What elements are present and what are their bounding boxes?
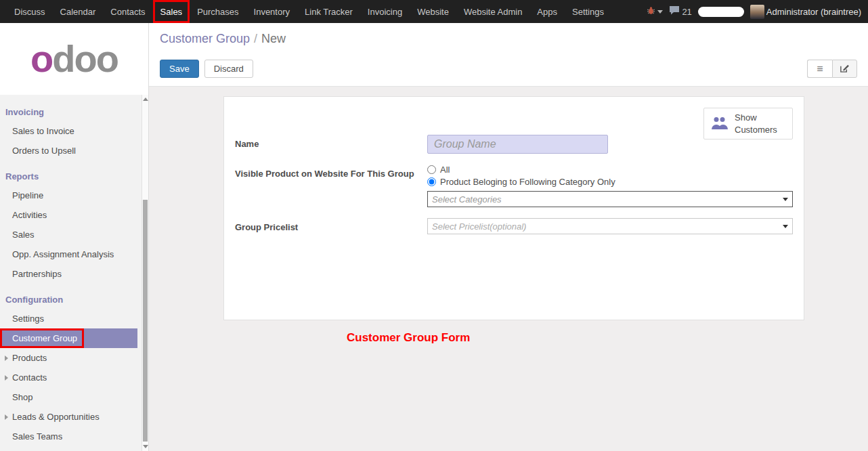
group-name-input[interactable] [427, 135, 608, 154]
sidebar-item-contacts[interactable]: Contacts [0, 368, 137, 387]
nav-apps[interactable]: Apps [529, 0, 565, 23]
sidebar-item-leads-opportunities[interactable]: Leads & Opportunities [0, 407, 137, 427]
radio-category-only[interactable] [427, 177, 436, 186]
sidebar-item-orders-to-upsell[interactable]: Orders to Upsell [0, 141, 137, 160]
sidebar-item-sales-to-invoice[interactable]: Sales to Invoice [0, 121, 137, 141]
categories-select[interactable]: Select Categories [427, 191, 793, 207]
sidebar-item-sales[interactable]: Sales [0, 225, 137, 244]
view-switcher: ≡ [807, 60, 857, 78]
form-action-buttons: Save Discard [160, 60, 253, 78]
dropdown-caret-icon [783, 198, 788, 201]
sidebar-item-products[interactable]: Products [0, 348, 137, 368]
name-field-label: Name [235, 135, 427, 154]
show-customers-label: Show Customers [735, 112, 786, 135]
nav-purchases[interactable]: Purchases [190, 0, 246, 23]
sidebar-item-settings[interactable]: Settings [0, 309, 137, 328]
odoo-logo: odoo [30, 40, 118, 78]
sidebar-item-customer-group[interactable]: Customer Group [0, 328, 137, 348]
app-menu: Discuss Calendar Contacts Sales Purchase… [0, 0, 611, 23]
main-content: Customer Group/New Save Discard ≡ [149, 23, 868, 451]
pricelist-field-row: Group Pricelist Select Pricelist(optiona… [235, 218, 793, 234]
nav-discuss[interactable]: Discuss [7, 0, 53, 23]
sidebar-item-partnerships[interactable]: Partnerships [0, 264, 137, 284]
nav-link-tracker[interactable]: Link Tracker [297, 0, 360, 23]
sidebar-menu: Invoicing Sales to Invoice Orders to Ups… [0, 95, 148, 451]
logo-box: odoo [0, 23, 148, 95]
pricelist-field-label: Group Pricelist [235, 218, 427, 234]
breadcrumb: Customer Group/New [149, 23, 868, 46]
user-name: Administrator (braintree) [766, 7, 861, 17]
nav-inventory[interactable]: Inventory [246, 0, 297, 23]
visibility-field-label: Visible Product on Website For This Grou… [235, 165, 427, 207]
visibility-field-row: Visible Product on Website For This Grou… [235, 165, 793, 207]
list-view-button[interactable]: ≡ [807, 60, 832, 78]
sidebar-scrollbar[interactable] [142, 95, 148, 451]
form-fields: Name Visible Product on Website For This… [235, 135, 793, 234]
sidebar-item-opp-assignment-analysis[interactable]: Opp. Assignment Analysis [0, 244, 137, 264]
avatar [750, 5, 764, 19]
nav-website[interactable]: Website [410, 0, 456, 23]
scroll-down-icon[interactable] [143, 445, 148, 448]
annotation-caption: Customer Group Form [347, 331, 470, 345]
radio-all[interactable] [427, 165, 436, 174]
expand-arrow-icon [5, 375, 8, 381]
nav-contacts[interactable]: Contacts [103, 0, 152, 23]
sidebar-section-invoicing: Invoicing [0, 103, 148, 121]
topbar-right: 21 Administrator (braintree) [647, 0, 868, 23]
control-panel: Customer Group/New Save Discard ≡ [149, 23, 868, 87]
status-pill [698, 7, 744, 17]
chevron-down-icon [657, 10, 663, 14]
nav-calendar[interactable]: Calendar [53, 0, 104, 23]
debug-menu[interactable] [647, 5, 663, 18]
nav-website-admin[interactable]: Website Admin [456, 0, 529, 23]
visibility-option-category-only[interactable]: Product Beloging to Following Category O… [427, 177, 793, 187]
nav-invoicing[interactable]: Invoicing [360, 0, 410, 23]
show-customers-button[interactable]: Show Customers [703, 108, 793, 139]
chat-icon [669, 5, 680, 18]
sidebar-item-shop[interactable]: Shop [0, 387, 137, 407]
breadcrumb-current: New [261, 32, 286, 45]
edit-pencil-icon [840, 63, 850, 75]
breadcrumb-customer-group[interactable]: Customer Group [160, 32, 250, 45]
top-navbar: Discuss Calendar Contacts Sales Purchase… [0, 0, 868, 23]
expand-arrow-icon [5, 414, 8, 420]
sidebar-section-configuration: Configuration [0, 291, 148, 309]
form-sheet: Show Customers Name Visible Product on W… [223, 96, 804, 320]
discard-button[interactable]: Discard [204, 60, 253, 78]
messages-count: 21 [682, 7, 691, 17]
sidebar-item-sales-teams[interactable]: Sales Teams [0, 427, 137, 446]
breadcrumb-separator: / [254, 32, 257, 45]
expand-arrow-icon [5, 356, 8, 361]
visibility-option-all[interactable]: All [427, 165, 793, 175]
sidebar-item-pipeline[interactable]: Pipeline [0, 186, 137, 205]
sidebar-section-reports: Reports [0, 167, 148, 186]
bug-icon [647, 5, 655, 18]
dropdown-caret-icon [783, 225, 788, 228]
save-button[interactable]: Save [160, 60, 199, 78]
sidebar: odoo Invoicing Sales to Invoice Orders t… [0, 23, 149, 451]
nav-settings[interactable]: Settings [565, 0, 611, 23]
nav-sales[interactable]: Sales [153, 0, 190, 23]
pricelist-select[interactable]: Select Pricelist(optional) [427, 218, 793, 234]
scroll-up-icon[interactable] [143, 98, 148, 101]
messages-indicator[interactable]: 21 [669, 5, 691, 18]
sidebar-item-delivery[interactable]: Delivery [0, 446, 137, 451]
user-menu[interactable]: Administrator (braintree) [750, 5, 861, 19]
scrollbar-handle[interactable] [143, 200, 148, 442]
list-icon: ≡ [817, 64, 823, 74]
form-view-button[interactable] [832, 60, 857, 78]
sidebar-item-activities[interactable]: Activities [0, 205, 137, 225]
users-icon [710, 116, 729, 132]
